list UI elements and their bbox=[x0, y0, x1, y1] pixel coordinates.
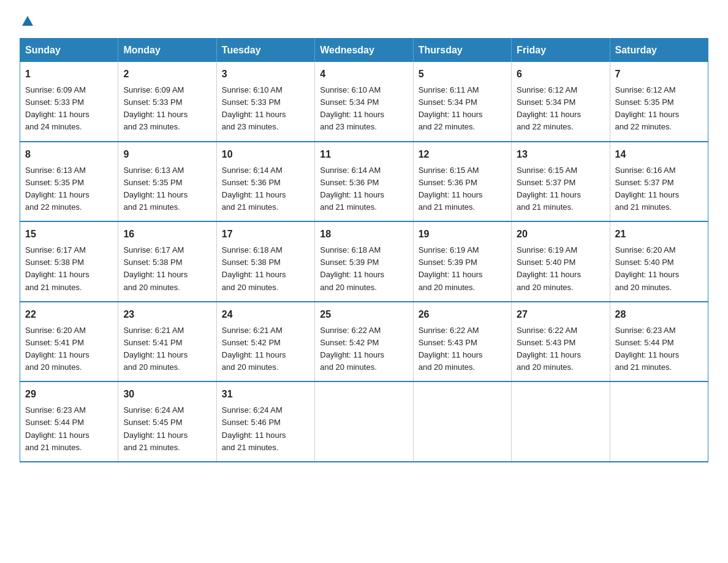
calendar-cell: 16Sunrise: 6:17 AMSunset: 5:38 PMDayligh… bbox=[118, 221, 216, 302]
day-info: Sunrise: 6:18 AMSunset: 5:39 PMDaylight:… bbox=[320, 244, 408, 294]
calendar-cell: 6Sunrise: 6:12 AMSunset: 5:34 PMDaylight… bbox=[512, 62, 610, 142]
day-number: 13 bbox=[517, 147, 604, 162]
day-info: Sunrise: 6:15 AMSunset: 5:36 PMDaylight:… bbox=[419, 164, 506, 214]
calendar-cell: 24Sunrise: 6:21 AMSunset: 5:42 PMDayligh… bbox=[216, 302, 314, 382]
calendar-cell: 13Sunrise: 6:15 AMSunset: 5:37 PMDayligh… bbox=[512, 142, 610, 222]
weekday-header-wednesday: Wednesday bbox=[315, 39, 413, 63]
day-info: Sunrise: 6:14 AMSunset: 5:36 PMDaylight:… bbox=[320, 164, 408, 214]
calendar-cell: 23Sunrise: 6:21 AMSunset: 5:41 PMDayligh… bbox=[118, 302, 216, 382]
calendar-cell: 20Sunrise: 6:19 AMSunset: 5:40 PMDayligh… bbox=[512, 221, 610, 302]
day-info: Sunrise: 6:10 AMSunset: 5:34 PMDaylight:… bbox=[320, 84, 408, 134]
day-info: Sunrise: 6:20 AMSunset: 5:40 PMDaylight:… bbox=[615, 244, 703, 294]
calendar-cell bbox=[413, 381, 511, 462]
day-number: 11 bbox=[320, 147, 408, 162]
day-info: Sunrise: 6:17 AMSunset: 5:38 PMDaylight:… bbox=[123, 244, 211, 294]
calendar-cell: 4Sunrise: 6:10 AMSunset: 5:34 PMDaylight… bbox=[315, 62, 413, 142]
day-number: 6 bbox=[517, 67, 604, 82]
calendar-cell bbox=[610, 381, 708, 462]
day-info: Sunrise: 6:18 AMSunset: 5:38 PMDaylight:… bbox=[222, 244, 309, 294]
weekday-header-sunday: Sunday bbox=[20, 39, 118, 63]
weekday-header-friday: Friday bbox=[512, 39, 610, 63]
calendar-cell: 5Sunrise: 6:11 AMSunset: 5:34 PMDaylight… bbox=[413, 62, 511, 142]
day-info: Sunrise: 6:12 AMSunset: 5:35 PMDaylight:… bbox=[615, 84, 703, 134]
day-number: 27 bbox=[517, 307, 604, 322]
day-info: Sunrise: 6:11 AMSunset: 5:34 PMDaylight:… bbox=[419, 84, 506, 134]
calendar-cell: 30Sunrise: 6:24 AMSunset: 5:45 PMDayligh… bbox=[118, 381, 216, 462]
day-info: Sunrise: 6:09 AMSunset: 5:33 PMDaylight:… bbox=[123, 84, 211, 134]
calendar-cell: 12Sunrise: 6:15 AMSunset: 5:36 PMDayligh… bbox=[413, 142, 511, 222]
weekday-header-thursday: Thursday bbox=[413, 39, 511, 63]
day-info: Sunrise: 6:23 AMSunset: 5:44 PMDaylight:… bbox=[615, 324, 703, 374]
day-number: 9 bbox=[123, 147, 211, 162]
day-number: 24 bbox=[222, 307, 309, 322]
day-number: 20 bbox=[517, 227, 604, 242]
day-number: 29 bbox=[25, 387, 113, 402]
day-number: 16 bbox=[123, 227, 211, 242]
weekday-header-monday: Monday bbox=[118, 39, 216, 63]
calendar-cell: 10Sunrise: 6:14 AMSunset: 5:36 PMDayligh… bbox=[216, 142, 314, 222]
day-number: 2 bbox=[123, 67, 211, 82]
logo-triangle-icon bbox=[21, 15, 34, 28]
day-info: Sunrise: 6:13 AMSunset: 5:35 PMDaylight:… bbox=[123, 164, 211, 214]
weekday-header-saturday: Saturday bbox=[610, 39, 708, 63]
day-info: Sunrise: 6:22 AMSunset: 5:42 PMDaylight:… bbox=[320, 324, 408, 374]
day-info: Sunrise: 6:16 AMSunset: 5:37 PMDaylight:… bbox=[615, 164, 703, 214]
calendar-cell: 15Sunrise: 6:17 AMSunset: 5:38 PMDayligh… bbox=[20, 221, 118, 302]
calendar-cell bbox=[315, 381, 413, 462]
page-header bbox=[20, 15, 708, 26]
day-info: Sunrise: 6:24 AMSunset: 5:46 PMDaylight:… bbox=[222, 404, 309, 454]
day-number: 26 bbox=[419, 307, 506, 322]
day-info: Sunrise: 6:22 AMSunset: 5:43 PMDaylight:… bbox=[517, 324, 604, 374]
calendar-cell: 21Sunrise: 6:20 AMSunset: 5:40 PMDayligh… bbox=[610, 221, 708, 302]
day-info: Sunrise: 6:19 AMSunset: 5:39 PMDaylight:… bbox=[419, 244, 506, 294]
calendar-cell: 27Sunrise: 6:22 AMSunset: 5:43 PMDayligh… bbox=[512, 302, 610, 382]
day-info: Sunrise: 6:24 AMSunset: 5:45 PMDaylight:… bbox=[123, 404, 211, 454]
day-number: 22 bbox=[25, 307, 113, 322]
day-info: Sunrise: 6:22 AMSunset: 5:43 PMDaylight:… bbox=[419, 324, 506, 374]
day-number: 19 bbox=[419, 227, 506, 242]
calendar-week-row: 1Sunrise: 6:09 AMSunset: 5:33 PMDaylight… bbox=[20, 62, 708, 142]
day-info: Sunrise: 6:19 AMSunset: 5:40 PMDaylight:… bbox=[517, 244, 604, 294]
calendar-cell: 7Sunrise: 6:12 AMSunset: 5:35 PMDaylight… bbox=[610, 62, 708, 142]
day-number: 7 bbox=[615, 67, 703, 82]
day-info: Sunrise: 6:10 AMSunset: 5:33 PMDaylight:… bbox=[222, 84, 309, 134]
day-info: Sunrise: 6:23 AMSunset: 5:44 PMDaylight:… bbox=[25, 404, 113, 454]
calendar-cell: 9Sunrise: 6:13 AMSunset: 5:35 PMDaylight… bbox=[118, 142, 216, 222]
calendar-cell: 19Sunrise: 6:19 AMSunset: 5:39 PMDayligh… bbox=[413, 221, 511, 302]
day-number: 1 bbox=[25, 67, 113, 82]
day-number: 31 bbox=[222, 387, 309, 402]
day-info: Sunrise: 6:13 AMSunset: 5:35 PMDaylight:… bbox=[25, 164, 113, 214]
svg-marker-0 bbox=[22, 16, 33, 26]
calendar-cell: 29Sunrise: 6:23 AMSunset: 5:44 PMDayligh… bbox=[20, 381, 118, 462]
calendar-cell bbox=[512, 381, 610, 462]
day-info: Sunrise: 6:20 AMSunset: 5:41 PMDaylight:… bbox=[25, 324, 113, 374]
day-number: 8 bbox=[25, 147, 113, 162]
day-number: 21 bbox=[615, 227, 703, 242]
day-number: 25 bbox=[320, 307, 408, 322]
calendar-week-row: 29Sunrise: 6:23 AMSunset: 5:44 PMDayligh… bbox=[20, 381, 708, 462]
day-number: 30 bbox=[123, 387, 211, 402]
day-info: Sunrise: 6:21 AMSunset: 5:41 PMDaylight:… bbox=[123, 324, 211, 374]
calendar-cell: 14Sunrise: 6:16 AMSunset: 5:37 PMDayligh… bbox=[610, 142, 708, 222]
day-number: 3 bbox=[222, 67, 309, 82]
calendar-week-row: 15Sunrise: 6:17 AMSunset: 5:38 PMDayligh… bbox=[20, 221, 708, 302]
day-number: 15 bbox=[25, 227, 113, 242]
calendar-cell: 28Sunrise: 6:23 AMSunset: 5:44 PMDayligh… bbox=[610, 302, 708, 382]
calendar-cell: 26Sunrise: 6:22 AMSunset: 5:43 PMDayligh… bbox=[413, 302, 511, 382]
calendar-week-row: 22Sunrise: 6:20 AMSunset: 5:41 PMDayligh… bbox=[20, 302, 708, 382]
day-info: Sunrise: 6:21 AMSunset: 5:42 PMDaylight:… bbox=[222, 324, 309, 374]
day-number: 10 bbox=[222, 147, 309, 162]
logo bbox=[20, 15, 34, 26]
calendar-cell: 2Sunrise: 6:09 AMSunset: 5:33 PMDaylight… bbox=[118, 62, 216, 142]
day-number: 14 bbox=[615, 147, 703, 162]
calendar-cell: 25Sunrise: 6:22 AMSunset: 5:42 PMDayligh… bbox=[315, 302, 413, 382]
calendar-cell: 22Sunrise: 6:20 AMSunset: 5:41 PMDayligh… bbox=[20, 302, 118, 382]
weekday-header-tuesday: Tuesday bbox=[216, 39, 314, 63]
calendar-table: SundayMondayTuesdayWednesdayThursdayFrid… bbox=[20, 38, 708, 462]
day-number: 28 bbox=[615, 307, 703, 322]
calendar-cell: 17Sunrise: 6:18 AMSunset: 5:38 PMDayligh… bbox=[216, 221, 314, 302]
day-number: 17 bbox=[222, 227, 309, 242]
day-number: 18 bbox=[320, 227, 408, 242]
day-info: Sunrise: 6:12 AMSunset: 5:34 PMDaylight:… bbox=[517, 84, 604, 134]
calendar-cell: 18Sunrise: 6:18 AMSunset: 5:39 PMDayligh… bbox=[315, 221, 413, 302]
